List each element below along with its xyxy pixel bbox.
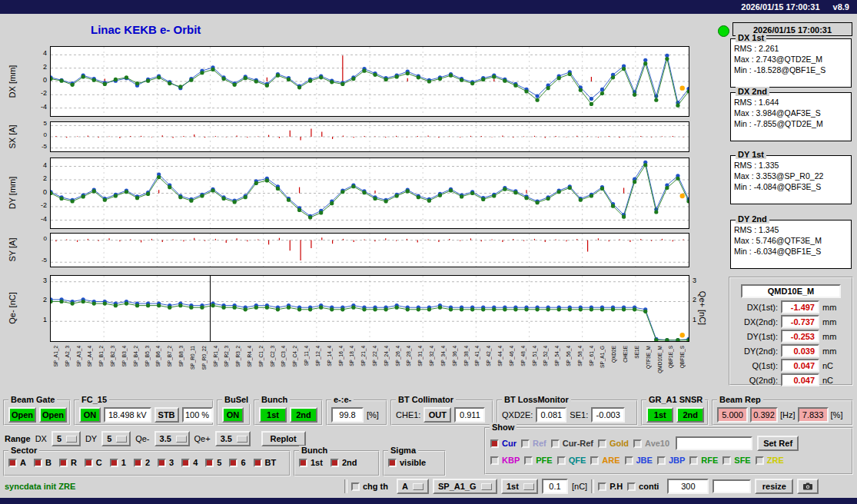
y-tick-label: 2 [28, 63, 47, 71]
checkbox-c[interactable]: C [85, 458, 102, 467]
checkbox-box-icon [598, 439, 606, 448]
statbox-title: DX 1st [736, 33, 766, 42]
ph-conti-checklist: P.Hconti [598, 482, 663, 491]
checkbox-1st[interactable]: 1st [299, 458, 323, 467]
bpm-select[interactable]: SP_A1_G [433, 479, 497, 494]
checkbox-gold[interactable]: Gold [598, 439, 629, 448]
checkbox-jbp[interactable]: JBP [657, 456, 685, 465]
checkbox-b[interactable]: B [34, 458, 51, 467]
interval-field[interactable]: 300 [667, 479, 709, 494]
beam-gate-open-button-1[interactable]: Open [8, 407, 36, 423]
checkbox-6[interactable]: 6 [229, 458, 245, 467]
checkbox-label: 2nd [342, 458, 357, 467]
fc15-kv-field[interactable]: 18.498 kV [104, 407, 151, 423]
ref-name-input[interactable] [676, 436, 752, 450]
checkbox-box-icon [331, 459, 339, 467]
replot-button[interactable]: Replot [261, 431, 306, 446]
qxd2e-field[interactable]: 0.081 [536, 407, 566, 423]
beam-rep-field-1[interactable]: 5.000 [717, 407, 748, 423]
fc15-stb-button[interactable]: STB [154, 407, 179, 423]
checkbox-kbp[interactable]: KBP [490, 456, 520, 465]
sx-steering-plot[interactable] [50, 121, 689, 152]
fc15-percent-field[interactable]: 100 % [182, 407, 213, 423]
checkbox-ref[interactable]: Ref [521, 439, 546, 448]
sy-steering-plot[interactable] [50, 233, 689, 267]
checkbox-5[interactable]: 5 [205, 458, 221, 467]
bpm-row-unit: nC [822, 361, 833, 370]
dx-orbit-plot[interactable] [50, 46, 689, 117]
rms-value: RMS : 1.335 [731, 160, 851, 171]
group-title: Show [490, 423, 517, 432]
collimator-value-field[interactable]: 0.911 [454, 407, 485, 423]
checkbox-jbe[interactable]: JBE [625, 456, 653, 465]
bpm-monitor-name: QMD10E_M [741, 284, 841, 298]
checkbox-r[interactable]: R [59, 458, 77, 467]
range-dx-select[interactable]: 5 [51, 431, 81, 446]
checkbox-visible[interactable]: visible [388, 458, 426, 467]
threshold-field[interactable]: 0.1 [542, 479, 568, 494]
dropdown-indicator-icon [176, 436, 187, 443]
checkbox-pfe[interactable]: PFE [524, 456, 552, 465]
beam-rep-field-2[interactable]: 0.392 [750, 407, 778, 423]
channel-a-select[interactable]: A [397, 479, 429, 494]
checkbox-1[interactable]: 1 [110, 458, 126, 467]
charge-plot[interactable] [50, 275, 689, 342]
range-qem-select[interactable]: 3.5 [154, 431, 190, 446]
checkbox-box-icon [524, 456, 533, 465]
bpm-tick-label: SP_R1_4 [213, 346, 218, 367]
titlebar-datetime: 2026/01/15 17:00:31 [741, 2, 819, 12]
checkbox-box-icon [229, 459, 238, 467]
bpm-tick-label: SP_A1_2 [53, 346, 58, 366]
dy-orbit-plot[interactable] [50, 158, 689, 229]
bpm-tick-label: SP_34_4 [440, 346, 446, 366]
fc15-on-button[interactable]: ON [79, 407, 101, 423]
extra-input[interactable] [713, 479, 751, 493]
checkbox-2[interactable]: 2 [134, 458, 150, 467]
checkbox-a[interactable]: A [8, 458, 26, 467]
ee-ratio-field[interactable]: 99.8 [331, 407, 364, 423]
checkbox-4[interactable]: 4 [181, 458, 198, 467]
che1-label: CHE1: [396, 410, 420, 419]
gr-1st-button[interactable]: 1st [646, 407, 673, 423]
checkbox-cur-ref[interactable]: Cur-Ref [551, 439, 593, 448]
bpm-row-value: -0.737 [781, 315, 819, 328]
y-tick-label: 2 [28, 296, 47, 303]
bunch-2nd-button[interactable]: 2nd [290, 407, 317, 423]
beam-gate-group: Beam Gate Open Open [3, 400, 71, 426]
bpm-tick-label: SP_C1_2 [258, 346, 264, 367]
bunch-1st-button[interactable]: 1st [259, 407, 287, 423]
checkbox-cur[interactable]: Cur [490, 439, 517, 448]
checkbox-zre[interactable]: ZRE [756, 456, 784, 465]
bunch-1st-select[interactable]: 1st [501, 479, 538, 494]
se1-field[interactable]: -0.003 [591, 407, 625, 423]
checkbox-chg-th[interactable]: chg th [351, 482, 388, 491]
bpm-row-unit: mm [822, 303, 836, 312]
group-title: Bunch [259, 395, 290, 404]
resize-button[interactable]: resize [755, 479, 793, 494]
bpm-tick-label: SP_22_4 [372, 346, 377, 366]
checkbox-are[interactable]: ARE [590, 456, 619, 465]
busel-on-button[interactable]: ON [222, 407, 244, 423]
checkbox-box-icon [134, 459, 142, 467]
dropdown-indicator-icon [481, 483, 492, 490]
screenshot-button[interactable] [797, 479, 819, 494]
beam-gate-open-button-2[interactable]: Open [39, 407, 67, 423]
checkbox-bt[interactable]: BT [254, 458, 277, 467]
bpm-tick-label: SP_R4_4 [247, 346, 252, 367]
set-ref-button[interactable]: Set Ref [757, 436, 799, 451]
checkbox-conti[interactable]: conti [627, 482, 659, 491]
range-dy-select[interactable]: 5 [101, 431, 131, 446]
range-qep-select[interactable]: 3.5 [215, 431, 251, 446]
checkbox-p-h[interactable]: P.H [598, 482, 623, 491]
checkbox-ave10[interactable]: Ave10 [633, 439, 669, 448]
range-qep-label: Qe+ [194, 434, 211, 443]
beam-rep-field-3[interactable]: 7.833 [798, 407, 829, 423]
checkbox-sfe[interactable]: SFE [722, 456, 750, 465]
che1-out-button[interactable]: OUT [424, 407, 451, 423]
gr-2nd-button[interactable]: 2nd [676, 407, 704, 423]
checkbox-2nd[interactable]: 2nd [331, 458, 357, 467]
window-titlebar: 2026/01/15 17:00:31 v8.9 [0, 0, 857, 14]
checkbox-3[interactable]: 3 [158, 458, 174, 467]
checkbox-qfe[interactable]: QFE [557, 456, 586, 465]
checkbox-rfe[interactable]: RFE [689, 456, 718, 465]
